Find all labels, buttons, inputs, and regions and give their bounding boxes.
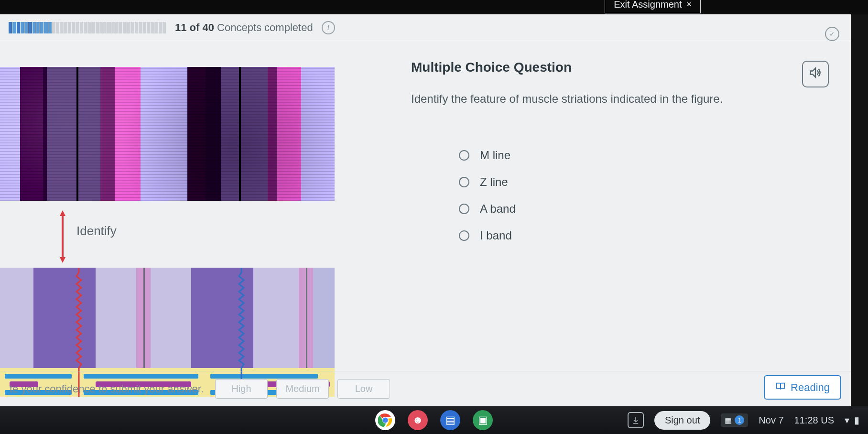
reading-button[interactable]: Reading bbox=[764, 375, 841, 400]
radio-icon bbox=[459, 204, 469, 214]
quiz-panel: 11 of 40 Concepts completed i Identify bbox=[0, 14, 851, 406]
app-icon-red[interactable]: ☻ bbox=[408, 410, 428, 430]
radio-icon bbox=[459, 177, 469, 187]
option-label: I band bbox=[480, 229, 512, 242]
progress-row: 11 of 40 Concepts completed i bbox=[0, 20, 851, 40]
exit-assignment-button[interactable]: Exit Assignment × bbox=[605, 0, 701, 13]
info-icon[interactable]: i bbox=[322, 21, 335, 34]
close-icon: × bbox=[686, 0, 692, 10]
confidence-prompt: te your confidence to submit your answer… bbox=[10, 383, 204, 395]
identify-pointer: Identify bbox=[57, 210, 117, 263]
notification-badge: 1 bbox=[735, 415, 744, 425]
notification-chip[interactable]: ▦ 1 bbox=[721, 413, 748, 427]
timer-icon[interactable] bbox=[825, 27, 839, 41]
confidence-row: te your confidence to submit your answer… bbox=[0, 371, 851, 406]
svg-marker-3 bbox=[811, 68, 816, 77]
confidence-low-button[interactable]: Low bbox=[337, 379, 390, 399]
confidence-buttons: High Medium Low bbox=[215, 379, 390, 399]
svg-marker-2 bbox=[60, 257, 65, 263]
progress-suffix: Concepts completed bbox=[217, 22, 313, 33]
grid-icon: ▦ bbox=[725, 416, 732, 425]
download-icon[interactable] bbox=[628, 412, 644, 428]
option-label: Z line bbox=[480, 175, 508, 189]
svg-marker-1 bbox=[60, 210, 65, 216]
sign-out-button[interactable]: Sign out bbox=[654, 411, 710, 430]
taskbar-clock: 11:28 US bbox=[794, 415, 834, 426]
option-a-band[interactable]: A band bbox=[459, 202, 832, 216]
progress-bar bbox=[9, 22, 166, 33]
identify-arrow-icon bbox=[57, 210, 68, 263]
title-bar: Exit Assignment × bbox=[0, 0, 868, 14]
exit-assignment-label: Exit Assignment bbox=[614, 0, 682, 10]
taskbar-date: Nov 7 bbox=[759, 415, 783, 426]
option-m-line[interactable]: M line bbox=[459, 149, 832, 162]
option-z-line[interactable]: Z line bbox=[459, 175, 832, 189]
question-prompt: Identify the feature of muscle striation… bbox=[411, 92, 832, 106]
taskbar: ☻ ▤ ▣ Sign out ▦ 1 Nov 7 11:28 US ▾ ▮ bbox=[0, 406, 868, 434]
screen-bezel bbox=[851, 14, 868, 406]
question-heading: Multiple Choice Question bbox=[411, 60, 832, 75]
option-label: M line bbox=[480, 149, 510, 162]
battery-icon[interactable]: ▮ bbox=[854, 414, 859, 426]
taskbar-center: ☻ ▤ ▣ bbox=[375, 410, 493, 430]
read-aloud-button[interactable] bbox=[802, 61, 829, 87]
confidence-medium-button[interactable]: Medium bbox=[276, 379, 329, 399]
micrograph-image bbox=[0, 67, 335, 201]
app-icon-green[interactable]: ▣ bbox=[473, 410, 493, 430]
taskbar-right: Sign out ▦ 1 Nov 7 11:28 US ▾ ▮ bbox=[628, 411, 859, 430]
confidence-high-button[interactable]: High bbox=[215, 379, 268, 399]
identify-label: Identify bbox=[76, 224, 117, 239]
figure-area: Identify bbox=[0, 53, 335, 378]
options-list: M line Z line A band I band bbox=[459, 149, 832, 242]
progress-count: 11 of 40 bbox=[175, 22, 214, 33]
app-icon-blue[interactable]: ▤ bbox=[440, 410, 460, 430]
speaker-icon bbox=[809, 66, 822, 82]
svg-point-5 bbox=[382, 417, 388, 423]
radio-icon bbox=[459, 150, 469, 161]
radio-icon bbox=[459, 230, 469, 241]
reading-label: Reading bbox=[791, 381, 830, 394]
question-column: Multiple Choice Question Identify the fe… bbox=[411, 60, 832, 242]
option-i-band[interactable]: I band bbox=[459, 229, 832, 242]
option-label: A band bbox=[480, 202, 516, 216]
wifi-icon[interactable]: ▾ bbox=[845, 414, 849, 426]
progress-text: 11 of 40 Concepts completed bbox=[175, 22, 313, 34]
chrome-icon[interactable] bbox=[375, 410, 395, 430]
taskbar-status-icons: ▾ ▮ bbox=[845, 414, 859, 426]
book-icon bbox=[775, 381, 786, 394]
